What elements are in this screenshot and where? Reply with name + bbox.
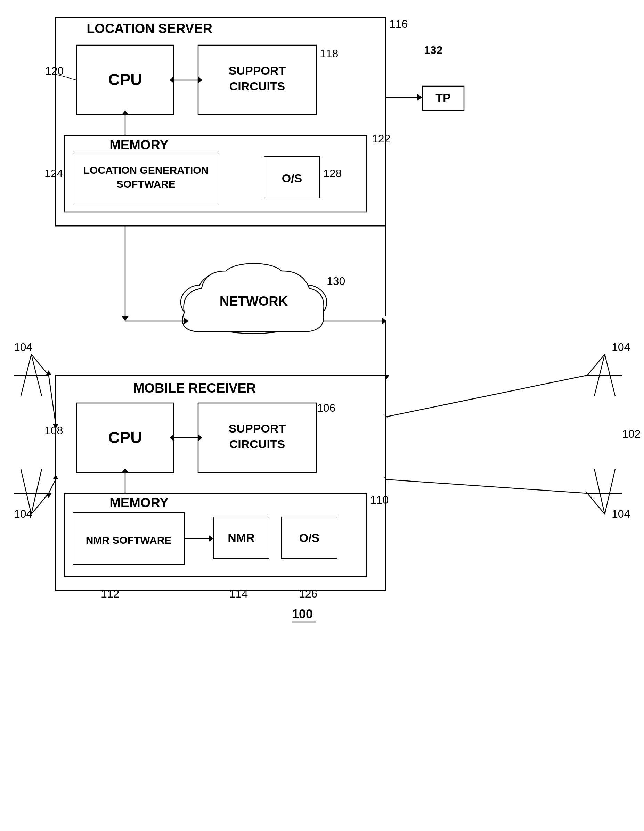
tp-ref: 132 xyxy=(424,44,442,56)
mr-os-label: O/S xyxy=(299,531,320,544)
ls-ref: 116 xyxy=(389,18,408,30)
ls-support-circuits-label: SUPPORT xyxy=(229,64,286,77)
mr-os-ref: 126 xyxy=(299,587,317,600)
mr-cpu-ref: 108 xyxy=(45,424,63,437)
mobile-receiver-label: MOBILE RECEIVER xyxy=(134,381,256,395)
antenna-ref-bl: 104 xyxy=(14,508,32,520)
ls-locgen-label: LOCATION GENERATION xyxy=(83,164,209,176)
ls-memory-ref: 122 xyxy=(372,132,390,145)
mr-support-ref: 106 xyxy=(317,401,335,414)
ls-cpu-label: CPU xyxy=(108,70,142,89)
svg-text:SOFTWARE: SOFTWARE xyxy=(116,178,175,190)
svg-text:CIRCUITS: CIRCUITS xyxy=(230,438,285,451)
ls-locgen-ref: 124 xyxy=(45,167,63,180)
antenna-ref-tr: 104 xyxy=(612,341,630,353)
mr-nmr-software-label: NMR SOFTWARE xyxy=(86,534,172,546)
mr-nmr-label: NMR xyxy=(228,531,254,544)
antenna-ref-br: 104 xyxy=(612,508,630,520)
mr-support-circuits-label: SUPPORT xyxy=(229,422,286,435)
mr-memory-label: MEMORY xyxy=(110,495,169,510)
mr-cpu-label: CPU xyxy=(108,428,142,446)
network-label: NETWORK xyxy=(220,294,288,309)
ls-os-label: O/S xyxy=(282,172,302,185)
mr-nmr-ref: 114 xyxy=(230,587,248,600)
antenna-ref-tl: 104 xyxy=(14,341,32,353)
figure-label: 100 xyxy=(292,607,313,621)
location-server-label: LOCATION SERVER xyxy=(86,21,212,36)
ls-cpu-ref: 120 xyxy=(45,65,64,77)
antenna-ref-r: 102 xyxy=(622,428,641,440)
tp-label: TP xyxy=(435,91,450,104)
network-ref: 130 xyxy=(327,275,345,287)
ls-memory-label: MEMORY xyxy=(110,138,169,152)
ls-support-ref: 118 xyxy=(320,47,338,60)
diagram: LOCATION SERVER CPU SUPPORT CIRCUITS 118… xyxy=(0,0,644,831)
svg-text:CIRCUITS: CIRCUITS xyxy=(230,80,285,93)
mr-nmr-sw-ref: 112 xyxy=(101,587,119,600)
ls-os-ref: 128 xyxy=(323,167,342,180)
mr-memory-ref: 110 xyxy=(370,494,389,506)
